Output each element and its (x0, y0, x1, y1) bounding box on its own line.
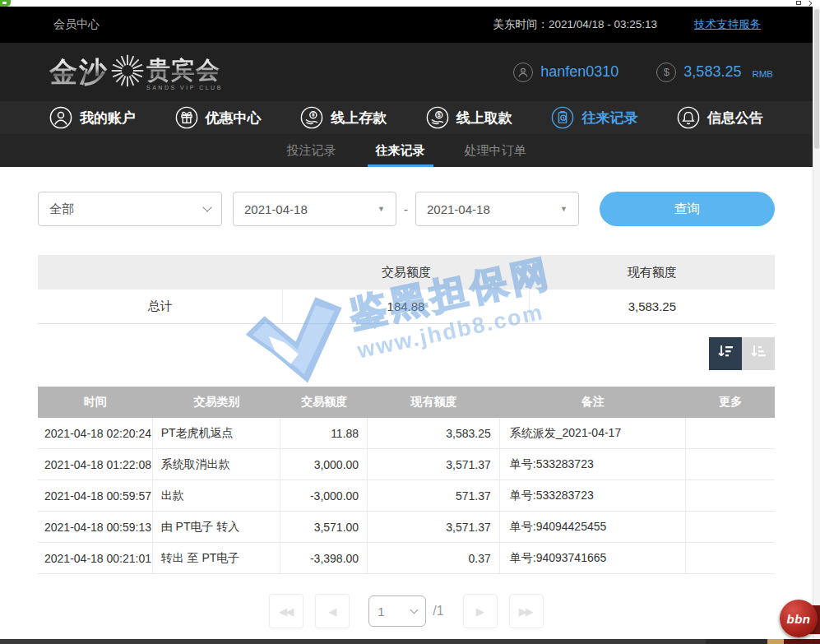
table-row: 2021-04-18 01:22:08 系统取消出款 3,000.00 3,57… (38, 449, 775, 480)
last-page-button[interactable]: ▶▶ (509, 594, 544, 628)
col-header-remark: 备注 (500, 395, 687, 410)
scrollbar-thumb[interactable] (814, 9, 819, 149)
member-center-label: 会员中心 (53, 17, 100, 32)
user-icon (49, 106, 72, 129)
tech-support-link[interactable]: 技术支持服务 (694, 17, 761, 32)
site: 会员中心 美东时间：2021/04/18 - 03:25:13 技术支持服务 金… (0, 7, 813, 644)
prev-page-button[interactable]: ◀ (315, 594, 350, 628)
logo-text-jinsha: 金沙 (49, 53, 109, 91)
svg-text:$: $ (438, 112, 441, 118)
main-nav: 我的账户 优惠中心 ¥ (0, 101, 813, 134)
col-header-time: 时间 (38, 395, 153, 410)
table-row: 2021-04-18 00:21:01 转出 至 PT电子 -3,398.00 … (38, 543, 775, 574)
nav-item-deposit[interactable]: ¥ 线上存款 (300, 106, 387, 129)
nav-item-my-account[interactable]: 我的账户 (49, 106, 136, 129)
svg-text:¥: ¥ (312, 112, 315, 118)
summary-total-label: 总计 (38, 290, 283, 323)
summary-header-empty (38, 255, 283, 290)
browser-edge (0, 0, 820, 7)
date-to-picker[interactable]: 2021-04-18 ▼ (415, 192, 579, 226)
tab-transaction-records[interactable]: 往来记录 (371, 134, 430, 167)
sub-nav: 投注记录 往来记录 处理中订单 (0, 134, 813, 167)
col-header-type: 交易类别 (153, 395, 281, 410)
balance-group[interactable]: $ 3,583.25 RMB (656, 63, 773, 82)
page-select[interactable]: 1 (368, 595, 426, 627)
balance-amount: 3,583.25 (683, 63, 741, 81)
first-page-button[interactable]: ◀◀ (269, 594, 303, 628)
summary-balance-total: 3,583.25 (530, 290, 775, 323)
triangle-down-icon: ▼ (560, 205, 568, 213)
header: 金沙 贵宾会 SANDS VIP CLUB (0, 43, 813, 101)
col-header-more: 更多 (686, 395, 775, 410)
records-icon (551, 106, 574, 129)
tab-pending-orders[interactable]: 处理中订单 (460, 134, 531, 167)
nav-item-records[interactable]: 往来记录 (551, 106, 637, 129)
green-app-icon (0, 0, 11, 7)
gift-icon (175, 106, 198, 129)
logo-text-guibinhui: 贵宾会 (146, 54, 223, 87)
window-control-icons[interactable] (796, 1, 812, 6)
summary-table: 交易额度 现有额度 总计 184.88 3,583.25 (38, 255, 775, 324)
summary-transaction-total: 184.88 (283, 290, 529, 323)
arrow-icon[interactable] (807, 1, 813, 7)
nav-item-promotions[interactable]: 优惠中心 (175, 106, 262, 129)
pagination: ◀◀ ◀ 1 /1 ▶ ▶▶ (38, 594, 775, 644)
withdraw-icon: $ (426, 106, 449, 129)
chevron-down-icon (410, 605, 419, 614)
table-row: 2021-04-18 00:59:13 由 PT电子 转入 3,571.00 3… (38, 512, 775, 543)
date-from-picker[interactable]: 2021-04-18 ▼ (233, 192, 396, 226)
server-time: 美东时间：2021/04/18 - 03:25:13 (493, 17, 657, 32)
table-row: 2021-04-18 02:20:24 PT老虎机返点 11.88 3,583.… (38, 418, 775, 449)
page: 会员中心 美东时间：2021/04/18 - 03:25:13 技术支持服务 金… (0, 0, 820, 644)
table-header-row: 时间 交易类别 交易额度 现有额度 备注 更多 (38, 387, 775, 418)
topbar: 会员中心 美东时间：2021/04/18 - 03:25:13 技术支持服务 (0, 7, 813, 43)
summary-header-transaction: 交易额度 (283, 255, 529, 290)
bbn-badge[interactable]: bbn (780, 600, 818, 637)
summary-header-row: 交易额度 现有额度 (38, 255, 775, 290)
logo-caption: SANDS VIP CLUB (146, 85, 223, 90)
vertical-scrollbar[interactable] (813, 7, 820, 644)
site-logo[interactable]: 金沙 贵宾会 SANDS VIP CLUB (49, 53, 223, 91)
tab-betting-records[interactable]: 投注记录 (282, 134, 341, 167)
filter-bar: 全部 2021-04-18 ▼ - 2021-04-18 ▼ 查询 (38, 167, 775, 226)
currency-label: RMB (752, 66, 773, 79)
restore-icon[interactable] (796, 1, 801, 5)
next-page-button[interactable]: ▶ (463, 594, 498, 628)
search-button[interactable]: 查询 (600, 192, 775, 226)
username-group[interactable]: hanfen0310 (513, 63, 618, 82)
bell-icon (677, 106, 700, 129)
user-info: hanfen0310 $ 3,583.25 RMB (513, 63, 773, 82)
type-select[interactable]: 全部 (38, 192, 222, 226)
triangle-down-icon: ▼ (378, 205, 385, 213)
summary-total-row: 总计 184.88 3,583.25 (38, 290, 775, 324)
col-header-amount: 交易额度 (280, 395, 368, 410)
sort-ascending-icon (749, 343, 767, 364)
chevron-down-icon (202, 202, 211, 211)
sort-controls (38, 337, 775, 370)
page-total: /1 (433, 604, 443, 619)
nav-item-announcements[interactable]: 信息公告 (677, 106, 763, 129)
sunburst-icon (110, 53, 145, 91)
transactions-table: 时间 交易类别 交易额度 现有额度 备注 更多 2021-04-18 02:20… (38, 387, 775, 574)
sort-ascending-button[interactable] (742, 337, 775, 370)
nav-item-withdraw[interactable]: $ 线上取款 (426, 106, 512, 129)
sort-descending-button[interactable] (709, 337, 742, 370)
content: 全部 2021-04-18 ▼ - 2021-04-18 ▼ 查询 交易 (0, 167, 813, 644)
user-icon (513, 63, 533, 82)
bottom-strip (0, 639, 820, 644)
dollar-icon: $ (656, 63, 676, 82)
date-range-separator: - (404, 202, 408, 216)
username[interactable]: hanfen0310 (540, 63, 618, 81)
table-row: 2021-04-18 00:59:57 出款 -3,000.00 571.37 … (38, 480, 775, 512)
col-header-balance: 现有额度 (368, 395, 500, 410)
deposit-icon: ¥ (300, 106, 323, 129)
summary-header-balance: 现有额度 (530, 255, 775, 290)
sort-descending-icon (716, 343, 734, 364)
